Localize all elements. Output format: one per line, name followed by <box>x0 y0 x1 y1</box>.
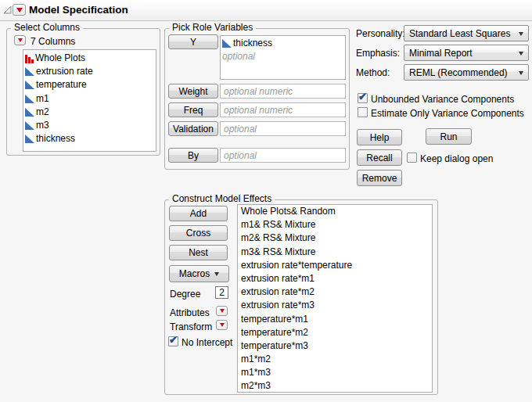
continuous-triangle-icon <box>25 67 34 76</box>
add-button[interactable]: Add <box>169 206 228 221</box>
effect-item[interactable]: temperature*m3 <box>240 339 432 353</box>
pick-role-variables-group: Pick Role Variables Y thickness optional… <box>164 28 350 170</box>
unbounded-variance-label: Unbounded Variance Components <box>371 94 514 105</box>
method-label: Method: <box>356 67 390 78</box>
unbounded-variance-checkbox[interactable]: ✔ <box>358 93 368 103</box>
effect-item[interactable]: m2& RS& Mixture <box>240 232 432 245</box>
method-dropdown[interactable]: REML (Recommended) <box>404 64 529 81</box>
title-bar: Model Specification <box>0 0 532 21</box>
effect-item[interactable]: m1*m2 <box>240 353 432 366</box>
y-role-list[interactable]: thickness optional <box>220 35 346 80</box>
keep-dialog-open-label: Keep dialog open <box>420 153 493 164</box>
model-effects-list: Whole Plots& Random m1& RS& Mixture m2& … <box>237 204 433 393</box>
list-item[interactable]: extrusion rate <box>25 65 156 78</box>
red-triangle-icon <box>220 323 225 327</box>
no-intercept-checkbox[interactable]: ✔ <box>168 336 178 346</box>
effect-item[interactable]: temperature*m1 <box>240 313 432 326</box>
effect-item[interactable]: m1*m3 <box>240 366 432 379</box>
list-item[interactable]: temperature <box>25 78 156 92</box>
effect-item[interactable]: extrusion rate*temperature <box>240 259 432 272</box>
list-item[interactable]: m3 <box>25 119 156 132</box>
effect-item[interactable]: extrusion rate*m1 <box>240 272 432 285</box>
continuous-triangle-icon <box>25 108 34 117</box>
recall-button[interactable]: Recall <box>357 149 402 166</box>
attributes-label: Attributes <box>170 307 210 318</box>
cross-button[interactable]: Cross <box>169 225 228 241</box>
degree-label: Degree <box>170 289 200 300</box>
chevron-down-icon <box>519 52 523 56</box>
effect-item[interactable]: Whole Plots& Random <box>240 205 432 218</box>
construct-model-effects-group: Construct Model Effects Add Cross Nest M… <box>164 199 438 395</box>
validation-button[interactable]: Validation <box>168 121 218 136</box>
effect-item[interactable]: m3& RS& Mixture <box>240 246 432 259</box>
transform-red-triangle-menu-button[interactable] <box>216 320 228 330</box>
run-button[interactable]: Run <box>426 128 472 145</box>
degree-input[interactable] <box>215 286 228 299</box>
chevron-down-icon <box>519 32 523 36</box>
red-triangle-icon <box>18 38 23 42</box>
effect-item[interactable]: extrusion rate*m3 <box>240 299 432 312</box>
list-item[interactable]: m2 <box>25 106 156 119</box>
weight-role-field[interactable]: optional numeric <box>220 84 346 99</box>
continuous-triangle-icon <box>222 39 232 48</box>
personality-dropdown[interactable]: Standard Least Squares <box>404 25 529 41</box>
by-role-field[interactable]: optional <box>220 148 346 163</box>
nest-button[interactable]: Nest <box>169 245 228 260</box>
nominal-bar-chart-icon <box>25 54 34 63</box>
attributes-red-triangle-menu-button[interactable] <box>216 306 228 316</box>
list-item[interactable]: m1 <box>25 92 156 106</box>
pick-role-variables-label: Pick Role Variables <box>169 22 256 33</box>
select-columns-label: Select Columns <box>11 22 83 33</box>
red-triangle-menu-button[interactable] <box>13 4 26 16</box>
continuous-triangle-icon <box>25 81 34 89</box>
chevron-down-icon <box>519 71 523 75</box>
list-item[interactable]: thickness <box>25 132 156 145</box>
no-intercept-label: No Intercept <box>182 337 232 348</box>
model-specification-dialog: Model Specification Select Columns 7 Col… <box>0 0 532 402</box>
page-title: Model Specification <box>29 4 128 16</box>
personality-label: Personality: <box>356 28 405 39</box>
remove-button[interactable]: Remove <box>357 170 402 186</box>
effect-item[interactable]: extrusion rate*m2 <box>240 285 432 299</box>
emphasis-dropdown[interactable]: Minimal Report <box>404 45 529 61</box>
columns-count-label: 7 Columns <box>31 36 75 47</box>
continuous-triangle-icon <box>25 121 34 130</box>
select-columns-group: Select Columns 7 Columns Whole Plots ext… <box>6 28 160 156</box>
effect-item[interactable]: m2*m3 <box>240 379 432 393</box>
red-triangle-icon <box>16 8 23 13</box>
red-triangle-icon <box>220 309 225 313</box>
y-optional-placeholder: optional <box>222 50 255 63</box>
validation-role-field[interactable]: optional <box>220 121 346 136</box>
y-button[interactable]: Y <box>168 34 218 49</box>
weight-button[interactable]: Weight <box>168 84 218 99</box>
transform-label: Transform <box>170 321 212 332</box>
emphasis-label: Emphasis: <box>356 48 400 59</box>
freq-role-field[interactable]: optional numeric <box>220 102 346 117</box>
freq-button[interactable]: Freq <box>168 102 218 117</box>
macros-dropdown-button[interactable]: Macros <box>169 265 229 282</box>
by-button[interactable]: By <box>168 148 218 163</box>
construct-model-effects-label: Construct Model Effects <box>169 193 275 204</box>
estimate-only-variance-checkbox[interactable] <box>358 107 368 117</box>
disclosure-triangle-icon[interactable] <box>2 5 13 15</box>
chevron-down-icon <box>214 272 219 276</box>
columns-red-triangle-menu-button[interactable] <box>14 35 26 45</box>
list-item[interactable]: Whole Plots <box>25 52 156 65</box>
y-role-item[interactable]: thickness <box>222 37 345 50</box>
continuous-triangle-icon <box>25 95 34 103</box>
effect-item[interactable]: temperature*m2 <box>240 326 432 339</box>
keep-dialog-open-checkbox[interactable] <box>407 153 417 163</box>
continuous-triangle-icon <box>25 135 34 143</box>
help-button[interactable]: Help <box>357 129 402 145</box>
effect-item[interactable]: m1& RS& Mixture <box>240 218 432 232</box>
columns-list: Whole Plots extrusion rate temperature m… <box>23 49 156 152</box>
estimate-only-variance-label: Estimate Only Variance Components <box>371 108 524 119</box>
